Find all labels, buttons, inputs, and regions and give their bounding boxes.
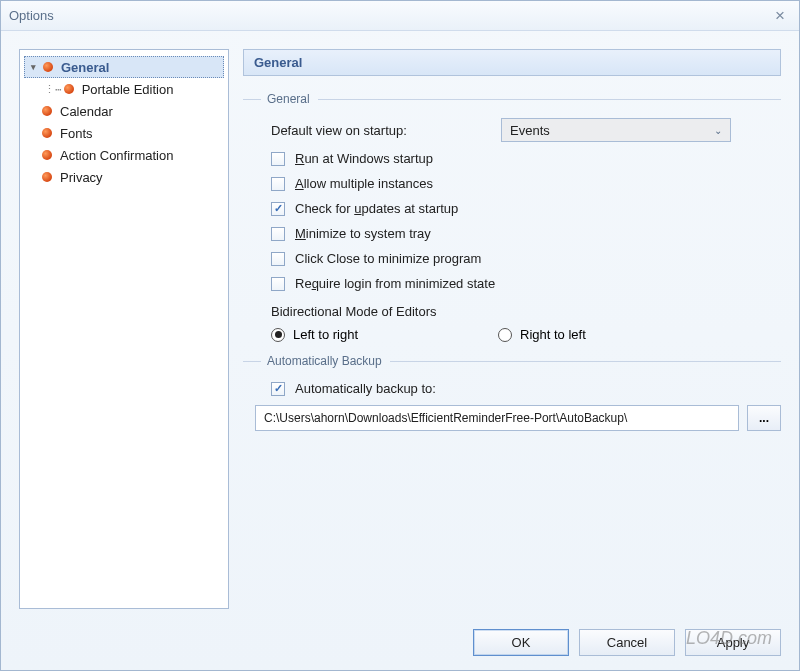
bullet-icon bbox=[43, 62, 53, 72]
sidebar-item-portable-edition[interactable]: ⋮⋯ Portable Edition bbox=[24, 78, 224, 100]
auto-backup-checkbox[interactable] bbox=[271, 382, 285, 396]
default-view-select[interactable]: Events ⌄ bbox=[501, 118, 731, 142]
sidebar-item-label: Privacy bbox=[60, 170, 103, 185]
radio-ltr[interactable]: Left to right bbox=[271, 327, 358, 342]
chevron-down-icon: ⌄ bbox=[714, 125, 722, 136]
dialog-button-row: OK Cancel Apply bbox=[1, 619, 799, 670]
require-login-checkbox[interactable] bbox=[271, 277, 285, 291]
sidebar-item-general[interactable]: ▾ General bbox=[24, 56, 224, 78]
auto-backup-label: Automatically backup to: bbox=[295, 381, 436, 396]
sidebar-item-privacy[interactable]: Privacy bbox=[24, 166, 224, 188]
settings-panel: General General Default view on startup:… bbox=[243, 49, 781, 609]
sidebar-item-label: Action Confirmation bbox=[60, 148, 173, 163]
content-area: ▾ General ⋮⋯ Portable Edition Calendar F… bbox=[1, 31, 799, 619]
sidebar-item-label: General bbox=[61, 60, 109, 75]
panel-heading: General bbox=[243, 49, 781, 76]
check-updates-label: Check for updates at startup bbox=[295, 201, 458, 216]
click-close-label: Click Close to minimize program bbox=[295, 251, 481, 266]
bullet-icon bbox=[42, 106, 52, 116]
options-dialog: Options × ▾ General ⋮⋯ Portable Edition … bbox=[0, 0, 800, 671]
bullet-icon bbox=[42, 172, 52, 182]
browse-button[interactable]: ... bbox=[747, 405, 781, 431]
sidebar-item-action-confirmation[interactable]: Action Confirmation bbox=[24, 144, 224, 166]
auto-backup-row: Automatically backup to: bbox=[243, 376, 781, 401]
require-login-row: Require login from minimized state bbox=[243, 271, 781, 296]
bullet-icon bbox=[64, 84, 74, 94]
bidi-radio-group: Left to right Right to left bbox=[243, 323, 781, 350]
titlebar: Options × bbox=[1, 1, 799, 31]
sidebar-item-label: Calendar bbox=[60, 104, 113, 119]
check-updates-checkbox[interactable] bbox=[271, 202, 285, 216]
radio-icon bbox=[498, 328, 512, 342]
apply-button[interactable]: Apply bbox=[685, 629, 781, 656]
group-general-label: General bbox=[243, 92, 781, 106]
backup-path-value: C:\Users\ahorn\Downloads\EfficientRemind… bbox=[264, 411, 627, 425]
radio-rtl[interactable]: Right to left bbox=[498, 327, 586, 342]
backup-path-input[interactable]: C:\Users\ahorn\Downloads\EfficientRemind… bbox=[255, 405, 739, 431]
minimize-tray-checkbox[interactable] bbox=[271, 227, 285, 241]
allow-multiple-row: Allow multiple instances bbox=[243, 171, 781, 196]
tree-branch-icon: ⋮⋯ bbox=[44, 83, 62, 96]
close-icon[interactable]: × bbox=[769, 6, 791, 26]
check-updates-row: Check for updates at startup bbox=[243, 196, 781, 221]
radio-ltr-label: Left to right bbox=[293, 327, 358, 342]
allow-multiple-label: Allow multiple instances bbox=[295, 176, 433, 191]
ok-button[interactable]: OK bbox=[473, 629, 569, 656]
run-at-startup-label: Run at Windows startup bbox=[295, 151, 433, 166]
sidebar-item-label: Fonts bbox=[60, 126, 93, 141]
sidebar-item-label: Portable Edition bbox=[82, 82, 174, 97]
window-title: Options bbox=[9, 8, 769, 23]
minimize-tray-label: Minimize to system tray bbox=[295, 226, 431, 241]
default-view-label: Default view on startup: bbox=[271, 123, 501, 138]
category-tree: ▾ General ⋮⋯ Portable Edition Calendar F… bbox=[19, 49, 229, 609]
radio-icon bbox=[271, 328, 285, 342]
sidebar-item-fonts[interactable]: Fonts bbox=[24, 122, 224, 144]
minimize-tray-row: Minimize to system tray bbox=[243, 221, 781, 246]
bullet-icon bbox=[42, 150, 52, 160]
require-login-label: Require login from minimized state bbox=[295, 276, 495, 291]
bullet-icon bbox=[42, 128, 52, 138]
default-view-value: Events bbox=[510, 123, 550, 138]
sidebar-item-calendar[interactable]: Calendar bbox=[24, 100, 224, 122]
cancel-button[interactable]: Cancel bbox=[579, 629, 675, 656]
backup-path-row: C:\Users\ahorn\Downloads\EfficientRemind… bbox=[243, 401, 781, 431]
group-backup-label: Automatically Backup bbox=[243, 354, 781, 368]
click-close-checkbox[interactable] bbox=[271, 252, 285, 266]
click-close-row: Click Close to minimize program bbox=[243, 246, 781, 271]
run-at-startup-checkbox[interactable] bbox=[271, 152, 285, 166]
default-view-row: Default view on startup: Events ⌄ bbox=[243, 114, 781, 146]
radio-rtl-label: Right to left bbox=[520, 327, 586, 342]
bidi-label: Bidirectional Mode of Editors bbox=[243, 296, 781, 323]
allow-multiple-checkbox[interactable] bbox=[271, 177, 285, 191]
run-at-startup-row: Run at Windows startup bbox=[243, 146, 781, 171]
chevron-down-icon: ▾ bbox=[31, 62, 43, 72]
